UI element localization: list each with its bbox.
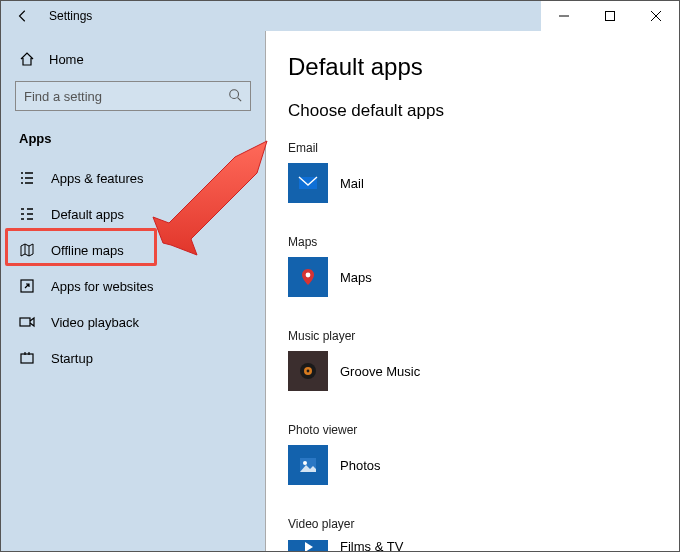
app-name: Maps	[340, 270, 372, 285]
svg-point-2	[230, 89, 239, 98]
video-icon	[19, 314, 35, 330]
category-label: Video player	[288, 517, 657, 531]
nav-video-playback[interactable]: Video playback	[1, 304, 265, 340]
search-placeholder: Find a setting	[24, 89, 228, 104]
sidebar-section-label: Apps	[1, 125, 265, 160]
nav-home[interactable]: Home	[1, 45, 265, 81]
nav-label: Startup	[51, 351, 93, 366]
back-button[interactable]	[9, 1, 37, 31]
svg-point-9	[306, 273, 311, 278]
window-controls	[541, 1, 679, 31]
defaults-icon	[19, 206, 35, 222]
content-pane: Default apps Choose default apps Email M…	[266, 31, 679, 551]
svg-rect-5	[20, 318, 30, 326]
maps-icon	[288, 257, 328, 297]
window-title: Settings	[49, 9, 92, 23]
page-heading: Default apps	[288, 53, 657, 81]
category-label: Maps	[288, 235, 657, 249]
page-subheading: Choose default apps	[288, 101, 657, 121]
nav-label: Apps & features	[51, 171, 144, 186]
svg-line-3	[238, 97, 242, 101]
app-name: Groove Music	[340, 364, 420, 379]
sidebar: Home Find a setting Apps Apps & features…	[1, 31, 266, 551]
search-input[interactable]: Find a setting	[15, 81, 251, 111]
nav-default-apps[interactable]: Default apps	[1, 196, 265, 232]
svg-point-12	[307, 370, 310, 373]
launch-icon	[19, 278, 35, 294]
home-icon	[19, 51, 35, 67]
nav-apps-websites[interactable]: Apps for websites	[1, 268, 265, 304]
default-app-music[interactable]: Groove Music	[288, 351, 657, 391]
app-name: Films & TV	[340, 539, 403, 551]
nav-offline-maps[interactable]: Offline maps	[1, 232, 265, 268]
nav-apps-features[interactable]: Apps & features	[1, 160, 265, 196]
nav-label: Default apps	[51, 207, 124, 222]
category-label: Music player	[288, 329, 657, 343]
mail-icon	[288, 163, 328, 203]
category-label: Photo viewer	[288, 423, 657, 437]
svg-rect-6	[21, 354, 33, 363]
svg-rect-1	[606, 12, 615, 21]
svg-point-14	[303, 461, 307, 465]
map-icon	[19, 242, 35, 258]
category-label: Email	[288, 141, 657, 155]
app-name: Mail	[340, 176, 364, 191]
music-icon	[288, 351, 328, 391]
nav-label: Offline maps	[51, 243, 124, 258]
nav-startup[interactable]: Startup	[1, 340, 265, 376]
default-app-email[interactable]: Mail	[288, 163, 657, 203]
startup-icon	[19, 350, 35, 366]
photos-icon	[288, 445, 328, 485]
app-name: Photos	[340, 458, 380, 473]
minimize-button[interactable]	[541, 1, 587, 31]
nav-label: Apps for websites	[51, 279, 154, 294]
search-icon	[228, 88, 242, 105]
default-app-maps[interactable]: Maps	[288, 257, 657, 297]
default-app-photos[interactable]: Photos	[288, 445, 657, 485]
main-area: Home Find a setting Apps Apps & features…	[1, 31, 679, 551]
nav-label: Video playback	[51, 315, 139, 330]
list-icon	[19, 170, 35, 186]
maximize-button[interactable]	[587, 1, 633, 31]
nav-home-label: Home	[49, 52, 84, 67]
films-icon	[288, 540, 328, 552]
default-app-video[interactable]: Films & TV	[288, 539, 657, 551]
close-button[interactable]	[633, 1, 679, 31]
